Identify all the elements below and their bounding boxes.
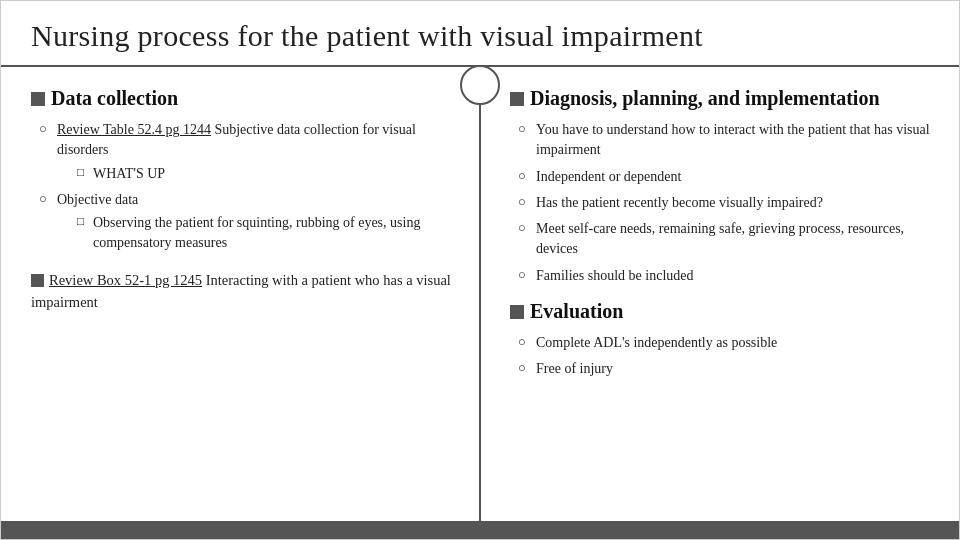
item-text: Meet self-care needs, remaining safe, gr… xyxy=(536,221,904,256)
review-label: Review Box 52-1 pg 1245 Interacting with… xyxy=(31,272,451,310)
right-main-list: You have to understand how to interact w… xyxy=(510,120,935,286)
sub-item-text: WHAT'S UP xyxy=(93,166,165,181)
evaluation-section: Evaluation Complete ADL's independently … xyxy=(510,300,935,380)
slide: Nursing process for the patient with vis… xyxy=(0,0,960,540)
list-item: Objective data Observing the patient for… xyxy=(39,190,456,254)
square-bullet-left xyxy=(31,92,45,106)
sub-list: Observing the patient for squinting, rub… xyxy=(57,213,456,254)
list-item: Families should be included xyxy=(518,266,935,286)
list-item: Complete ADL's independently as possible xyxy=(518,333,935,353)
left-column: Data collection Review Table 52.4 pg 124… xyxy=(1,67,480,521)
sub-item-text: Observing the patient for squinting, rub… xyxy=(93,215,420,250)
item-text: Objective data xyxy=(57,192,138,207)
list-item: Has the patient recently become visually… xyxy=(518,193,935,213)
item-text: Families should be included xyxy=(536,268,693,283)
sub-list-item: Observing the patient for squinting, rub… xyxy=(77,213,456,254)
sub-list: WHAT'S UP xyxy=(57,164,456,184)
item-text: Complete ADL's independently as possible xyxy=(536,335,777,350)
eval-header: Evaluation xyxy=(510,300,935,323)
eval-list: Complete ADL's independently as possible… xyxy=(510,333,935,380)
square-bullet-eval xyxy=(510,305,524,319)
square-bullet-right xyxy=(510,92,524,106)
right-column: Diagnosis, planning, and implementation … xyxy=(480,67,959,521)
review-box: Review Box 52-1 pg 1245 Interacting with… xyxy=(31,270,456,314)
left-main-list: Review Table 52.4 pg 1244 Subjective dat… xyxy=(31,120,456,254)
square-bullet-review xyxy=(31,274,44,287)
right-section-header: Diagnosis, planning, and implementation xyxy=(510,87,935,110)
divider-line xyxy=(479,67,481,521)
item-text: Review Table 52.4 pg 1244 Subjective dat… xyxy=(57,122,416,157)
title-bar: Nursing process for the patient with vis… xyxy=(1,1,959,67)
item-text: Has the patient recently become visually… xyxy=(536,195,823,210)
list-item: You have to understand how to interact w… xyxy=(518,120,935,161)
list-item: Free of injury xyxy=(518,359,935,379)
sub-list-item: WHAT'S UP xyxy=(77,164,456,184)
left-section-header: Data collection xyxy=(31,87,456,110)
slide-title: Nursing process for the patient with vis… xyxy=(31,19,929,53)
bottom-bar xyxy=(1,521,959,539)
content-area: Data collection Review Table 52.4 pg 124… xyxy=(1,67,959,521)
list-item: Meet self-care needs, remaining safe, gr… xyxy=(518,219,935,260)
list-item: Independent or dependent xyxy=(518,167,935,187)
item-text: Free of injury xyxy=(536,361,613,376)
item-text: Independent or dependent xyxy=(536,169,681,184)
item-text: You have to understand how to interact w… xyxy=(536,122,930,157)
list-item: Review Table 52.4 pg 1244 Subjective dat… xyxy=(39,120,456,184)
